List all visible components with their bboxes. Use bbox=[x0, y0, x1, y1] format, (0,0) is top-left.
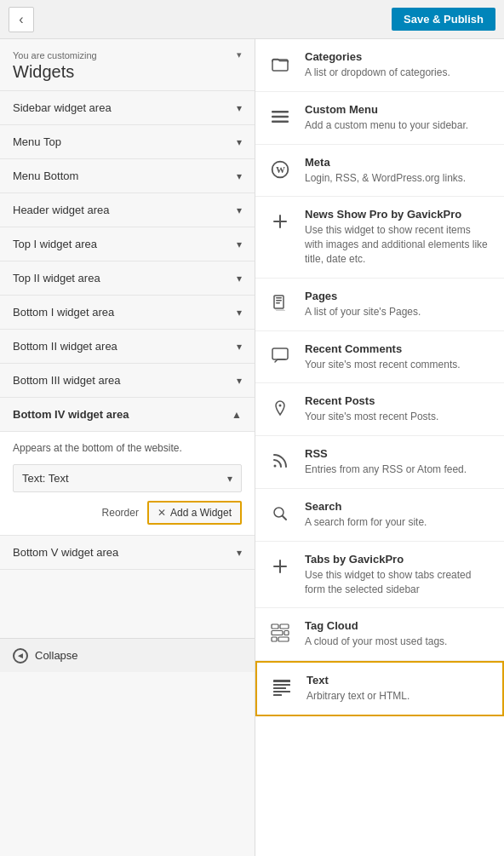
custom-menu-info: Custom Menu Add a custom menu to your si… bbox=[305, 103, 491, 133]
news-show-pro-info: News Show Pro by GavickPro Use this widg… bbox=[305, 208, 491, 266]
widget-item-pages[interactable]: Pages A list of your site's Pages. bbox=[255, 279, 504, 331]
collapse-bar[interactable]: ◄ Collapse bbox=[0, 638, 255, 672]
svg-text:W: W bbox=[276, 164, 285, 175]
svg-rect-10 bbox=[276, 300, 282, 302]
widget-item-custom-menu[interactable]: Custom Menu Add a custom menu to your si… bbox=[255, 92, 504, 145]
widget-area-arrow-icon: ▾ bbox=[237, 273, 242, 284]
svg-rect-12 bbox=[276, 310, 285, 311]
svg-rect-9 bbox=[276, 297, 282, 299]
widget-area-item-sidebar[interactable]: Sidebar widget area ▾ bbox=[0, 91, 255, 125]
tabs-gavick-info: Tabs by GavickPro Use this widget to sho… bbox=[305, 553, 491, 597]
widget-area-arrow-icon: ▾ bbox=[237, 170, 242, 182]
widget-item-search[interactable]: Search A search form for your site. bbox=[255, 489, 504, 542]
categories-info: Categories A list or dropdown of categor… bbox=[305, 50, 491, 80]
svg-rect-24 bbox=[272, 637, 277, 641]
customizing-label: You are customizing ▾ bbox=[13, 49, 242, 60]
pages-name: Pages bbox=[305, 290, 491, 302]
bottom-iv-header[interactable]: Bottom IV widget area ▲ bbox=[0, 398, 255, 432]
bottom-v-item[interactable]: Bottom V widget area ▾ bbox=[0, 536, 255, 570]
widget-item-recent-posts[interactable]: Recent Posts Your site's most recent Pos… bbox=[255, 383, 504, 436]
widget-area-label: Menu Top bbox=[13, 135, 61, 148]
rss-name: RSS bbox=[305, 447, 491, 460]
recent-posts-icon bbox=[268, 396, 292, 420]
text-widget-label: Text: Text bbox=[22, 472, 69, 485]
svg-rect-19 bbox=[273, 566, 287, 567]
text-widget-row[interactable]: Text: Text ▾ bbox=[13, 464, 242, 492]
back-button[interactable]: ‹ bbox=[9, 7, 34, 32]
widget-areas-list: Sidebar widget area ▾ Menu Top ▾ Menu Bo… bbox=[0, 91, 255, 398]
back-icon: ‹ bbox=[19, 12, 23, 27]
svg-rect-20 bbox=[272, 624, 278, 629]
rss-desc: Entries from any RSS or Atom feed. bbox=[305, 462, 491, 477]
text-name: Text bbox=[306, 674, 490, 687]
bottom-iv-content: Appears at the bottom of the website. Te… bbox=[0, 432, 255, 535]
search-info: Search A search form for your site. bbox=[305, 500, 491, 530]
search-icon bbox=[268, 502, 292, 526]
widget-item-news-show-pro[interactable]: News Show Pro by GavickPro Use this widg… bbox=[255, 197, 504, 278]
recent-posts-info: Recent Posts Your site's most recent Pos… bbox=[305, 394, 491, 424]
left-panel: You are customizing ▾ Widgets Sidebar wi… bbox=[0, 39, 255, 856]
widget-area-label: Bottom II widget area bbox=[13, 340, 117, 353]
svg-rect-29 bbox=[273, 691, 290, 692]
widget-area-label: Top I widget area bbox=[13, 238, 97, 250]
save-publish-button[interactable]: Save & Publish bbox=[392, 8, 495, 31]
news-show-pro-desc: Use this widget to show recent items wit… bbox=[305, 223, 491, 266]
widget-area-arrow-icon: ▾ bbox=[237, 136, 242, 148]
svg-rect-1 bbox=[272, 111, 289, 113]
tag-cloud-name: Tag Cloud bbox=[305, 619, 491, 632]
pages-info: Pages A list of your site's Pages. bbox=[305, 290, 491, 319]
text-widget-arrow-icon: ▾ bbox=[227, 473, 232, 485]
widget-item-meta[interactable]: W Meta Login, RSS, & WordPress.org links… bbox=[255, 145, 504, 198]
recent-posts-desc: Your site's most recent Posts. bbox=[305, 410, 491, 424]
svg-point-16 bbox=[274, 465, 277, 468]
widget-area-item-bottom-ii[interactable]: Bottom II widget area ▾ bbox=[0, 330, 255, 364]
bottom-v-label: Bottom V widget area bbox=[13, 546, 118, 559]
widget-area-label: Menu Bottom bbox=[13, 169, 78, 182]
widget-area-arrow-icon: ▾ bbox=[237, 307, 242, 319]
collapse-label: Collapse bbox=[35, 649, 78, 662]
widget-area-item-bottom-i[interactable]: Bottom I widget area ▾ bbox=[0, 296, 255, 330]
meta-desc: Login, RSS, & WordPress.org links. bbox=[305, 171, 491, 186]
widget-item-tabs-gavick[interactable]: Tabs by GavickPro Use this widget to sho… bbox=[255, 542, 504, 609]
widget-area-item-header[interactable]: Header widget area ▾ bbox=[0, 193, 255, 227]
recent-comments-desc: Your site's most recent comments. bbox=[305, 358, 491, 372]
custom-menu-desc: Add a custom menu to your sidebar. bbox=[305, 118, 491, 133]
widget-area-item-top-ii[interactable]: Top II widget area ▾ bbox=[0, 261, 255, 296]
categories-desc: A list or dropdown of categories. bbox=[305, 66, 491, 80]
svg-rect-21 bbox=[280, 624, 289, 629]
customizing-arrow-icon: ▾ bbox=[237, 49, 242, 60]
add-widget-button[interactable]: ✕ Add a Widget bbox=[147, 501, 242, 525]
svg-rect-2 bbox=[272, 116, 289, 118]
widget-area-item-bottom-iii[interactable]: Bottom III widget area ▾ bbox=[0, 364, 255, 398]
search-desc: A search form for your site. bbox=[305, 515, 491, 530]
widget-area-arrow-icon: ▾ bbox=[237, 238, 242, 250]
widget-item-text[interactable]: Text Arbitrary text or HTML. bbox=[255, 661, 504, 716]
widget-area-arrow-icon: ▾ bbox=[237, 204, 242, 216]
widget-item-categories[interactable]: Categories A list or dropdown of categor… bbox=[255, 39, 504, 92]
svg-rect-30 bbox=[273, 694, 282, 696]
panel-title: Widgets bbox=[13, 62, 242, 82]
widget-area-item-menu-top[interactable]: Menu Top ▾ bbox=[0, 125, 255, 159]
main-layout: You are customizing ▾ Widgets Sidebar wi… bbox=[0, 39, 504, 856]
widget-area-arrow-icon: ▾ bbox=[237, 102, 242, 114]
widget-item-tag-cloud[interactable]: Tag Cloud A cloud of your most used tags… bbox=[255, 608, 504, 661]
tag-cloud-info: Tag Cloud A cloud of your most used tags… bbox=[305, 619, 491, 649]
bottom-iv-label: Bottom IV widget area bbox=[13, 408, 129, 421]
recent-comments-info: Recent Comments Your site's most recent … bbox=[305, 342, 491, 372]
bottom-iv-expanded-area: Bottom IV widget area ▲ Appears at the b… bbox=[0, 398, 255, 536]
widget-item-recent-comments[interactable]: Recent Comments Your site's most recent … bbox=[255, 331, 504, 384]
tabs-gavick-name: Tabs by GavickPro bbox=[305, 553, 491, 566]
rss-icon bbox=[268, 449, 292, 473]
svg-rect-11 bbox=[276, 302, 280, 304]
bottom-v-arrow-icon: ▾ bbox=[237, 547, 242, 559]
tabs-gavick-desc: Use this widget to show tabs created for… bbox=[305, 568, 491, 597]
reorder-label: Reorder bbox=[102, 507, 139, 519]
recent-comments-icon bbox=[268, 344, 292, 368]
bottom-iv-description: Appears at the bottom of the website. bbox=[13, 442, 242, 454]
svg-rect-23 bbox=[284, 631, 289, 635]
tag-cloud-icon bbox=[268, 621, 292, 645]
widget-item-rss[interactable]: RSS Entries from any RSS or Atom feed. bbox=[255, 436, 504, 489]
widget-area-item-top-i[interactable]: Top I widget area ▾ bbox=[0, 227, 255, 261]
right-panel: Categories A list or dropdown of categor… bbox=[255, 39, 504, 856]
widget-area-item-menu-bottom[interactable]: Menu Bottom ▾ bbox=[0, 159, 255, 193]
